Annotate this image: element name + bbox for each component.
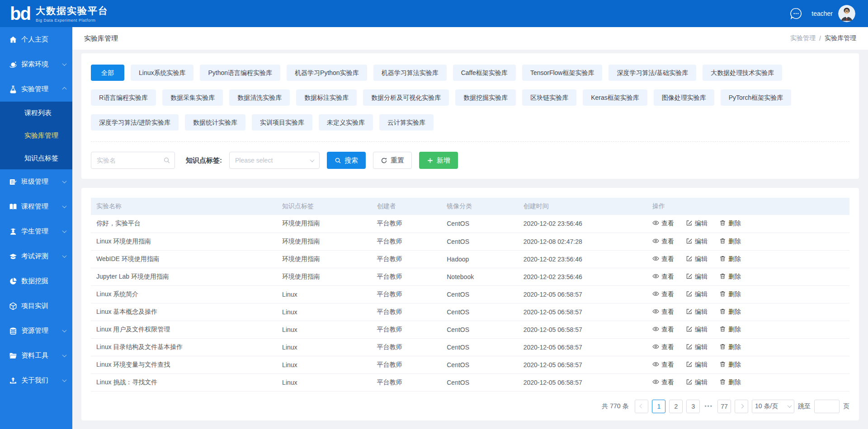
sidebar-item-project[interactable]: 项目实训 <box>0 294 72 318</box>
filter-tag[interactable]: 数据分析及可视化实验库 <box>363 89 449 106</box>
filter-tag[interactable]: 区块链实验库 <box>522 89 576 106</box>
edit-action[interactable]: 编辑 <box>686 290 708 298</box>
filter-tag[interactable]: TensorFlow框架实验库 <box>522 65 603 81</box>
sidebar-item-student[interactable]: 学生管理 <box>0 219 72 244</box>
table-cell: WebIDE 环境使用指南 <box>91 250 277 268</box>
sidebar-item-explore[interactable]: 探索环境 <box>0 52 72 77</box>
delete-action[interactable]: 删除 <box>719 219 741 228</box>
jump-page-input[interactable] <box>814 400 840 413</box>
filter-tag[interactable]: 全部 <box>91 65 124 81</box>
edit-action[interactable]: 编辑 <box>686 343 708 351</box>
filter-tag[interactable]: 未定义实验库 <box>319 114 373 131</box>
edit-action[interactable]: 编辑 <box>686 308 708 316</box>
filter-tag[interactable]: Linux系统实验库 <box>131 65 193 81</box>
filter-tag[interactable]: 深度学习算法/基础实验库 <box>609 65 696 81</box>
table-cell: 2020-12-02 23:56:46 <box>518 250 647 268</box>
page-size-label: 10 条/页 <box>755 402 778 410</box>
filter-tag[interactable]: 数据标注实验库 <box>296 89 357 106</box>
filter-tag[interactable]: 机器学习Python实验库 <box>287 65 367 81</box>
table-actions-cell: 查看编辑删除 <box>647 356 849 373</box>
sidebar-subitem-experiment-lib[interactable]: 实验库管理 <box>0 124 72 147</box>
table-cell: CentOS <box>441 356 518 373</box>
delete-action-label: 删除 <box>728 343 741 351</box>
page-button[interactable]: 1 <box>652 400 665 413</box>
knowledge-tag-select[interactable]: Please select <box>229 152 320 169</box>
delete-action[interactable]: 删除 <box>719 273 741 281</box>
delete-icon <box>719 238 726 246</box>
edit-action[interactable]: 编辑 <box>686 238 708 246</box>
table-actions-cell: 查看编辑删除 <box>647 268 849 285</box>
delete-action[interactable]: 删除 <box>719 290 741 298</box>
filter-tag[interactable]: 机器学习算法实验库 <box>373 65 447 81</box>
filter-tag[interactable]: R语言编程实验库 <box>91 89 156 106</box>
filter-tag[interactable]: 大数据处理技术实验库 <box>703 65 782 81</box>
filter-tag[interactable]: 数据挖掘实验库 <box>455 89 516 106</box>
filter-tag[interactable]: 深度学习算法/进阶实验库 <box>91 114 179 131</box>
view-action[interactable]: 查看 <box>652 255 674 263</box>
add-button[interactable]: 新增 <box>419 152 458 169</box>
delete-action[interactable]: 删除 <box>719 378 741 387</box>
delete-action[interactable]: 删除 <box>719 361 741 369</box>
table-cell: 2020-12-05 06:58:57 <box>518 356 647 373</box>
edit-action[interactable]: 编辑 <box>686 255 708 263</box>
sidebar-item-label: 探索环境 <box>21 60 63 69</box>
sidebar-item-tools[interactable]: 资料工具 <box>0 343 72 368</box>
sidebar-item-exam[interactable]: 考试评测 <box>0 244 72 269</box>
reset-button[interactable]: 重置 <box>373 152 412 169</box>
delete-action[interactable]: 删除 <box>719 238 741 246</box>
view-action[interactable]: 查看 <box>652 238 674 246</box>
chevron-down-icon <box>62 353 67 357</box>
page-button[interactable]: 3 <box>686 400 700 413</box>
view-action[interactable]: 查看 <box>652 343 674 351</box>
filter-tag[interactable]: Python语言编程实验库 <box>200 65 280 81</box>
filter-tag[interactable]: 数据清洗实验库 <box>229 89 290 106</box>
search-button-label: 搜索 <box>344 156 358 165</box>
edit-action[interactable]: 编辑 <box>686 361 708 369</box>
edit-action[interactable]: 编辑 <box>686 378 708 387</box>
view-action[interactable]: 查看 <box>652 273 674 281</box>
edit-action[interactable]: 编辑 <box>686 273 708 281</box>
view-action[interactable]: 查看 <box>652 378 674 387</box>
filter-tag[interactable]: 数据采集实验库 <box>162 89 223 106</box>
sidebar-item-about[interactable]: 关于我们 <box>0 368 72 393</box>
page-size-select[interactable]: 10 条/页 <box>752 400 794 413</box>
table-cell: 2020-12-05 06:58:57 <box>518 303 647 321</box>
user-menu[interactable]: teacher <box>811 5 855 22</box>
delete-action[interactable]: 删除 <box>719 255 741 263</box>
view-action[interactable]: 查看 <box>652 361 674 369</box>
filter-tag[interactable]: 实训项目实验库 <box>252 114 312 131</box>
delete-action[interactable]: 删除 <box>719 308 741 316</box>
next-page-button[interactable] <box>735 400 748 413</box>
pagination: 共 770 条123•••7710 条/页跳至页 <box>91 400 849 413</box>
delete-action[interactable]: 删除 <box>719 343 741 351</box>
sidebar-subitem-course-list[interactable]: 课程列表 <box>0 102 72 124</box>
sidebar-item-experiment[interactable]: 实验管理 <box>0 77 72 102</box>
filter-tag[interactable]: 图像处理实验库 <box>654 89 714 106</box>
sidebar-item-class[interactable]: 班级管理 <box>0 169 72 194</box>
delete-action[interactable]: 删除 <box>719 326 741 334</box>
filter-tag[interactable]: Keras框架实验库 <box>583 89 647 106</box>
edit-action[interactable]: 编辑 <box>686 219 708 228</box>
view-action[interactable]: 查看 <box>652 290 674 298</box>
search-button[interactable]: 搜索 <box>327 152 366 169</box>
sidebar-item-datamining[interactable]: 数据挖掘 <box>0 269 72 294</box>
filter-tag[interactable]: 数据统计实验库 <box>185 114 245 131</box>
page-button[interactable]: 2 <box>669 400 683 413</box>
last-page-button[interactable]: 77 <box>717 400 731 413</box>
sidebar-item-resource[interactable]: 资源管理 <box>0 318 72 343</box>
filter-tag[interactable]: 云计算实验库 <box>379 114 434 131</box>
filter-tag[interactable]: Caffe框架实验库 <box>453 65 516 81</box>
message-icon[interactable] <box>790 7 802 20</box>
experiment-name-input[interactable] <box>91 152 175 169</box>
sidebar-item-course[interactable]: 课程管理 <box>0 194 72 219</box>
sidebar-item-home[interactable]: 个人主页 <box>0 27 72 52</box>
breadcrumb-parent[interactable]: 实验管理 <box>790 34 816 42</box>
view-action[interactable]: 查看 <box>652 219 674 228</box>
pagination-ellipsis[interactable]: ••• <box>703 403 714 410</box>
filter-tag[interactable]: PyTorch框架实验库 <box>721 89 792 106</box>
sidebar-subitem-knowledge-tags[interactable]: 知识点标签 <box>0 147 72 169</box>
prev-page-button[interactable] <box>635 400 648 413</box>
edit-action[interactable]: 编辑 <box>686 326 708 334</box>
view-action[interactable]: 查看 <box>652 326 674 334</box>
view-action[interactable]: 查看 <box>652 308 674 316</box>
